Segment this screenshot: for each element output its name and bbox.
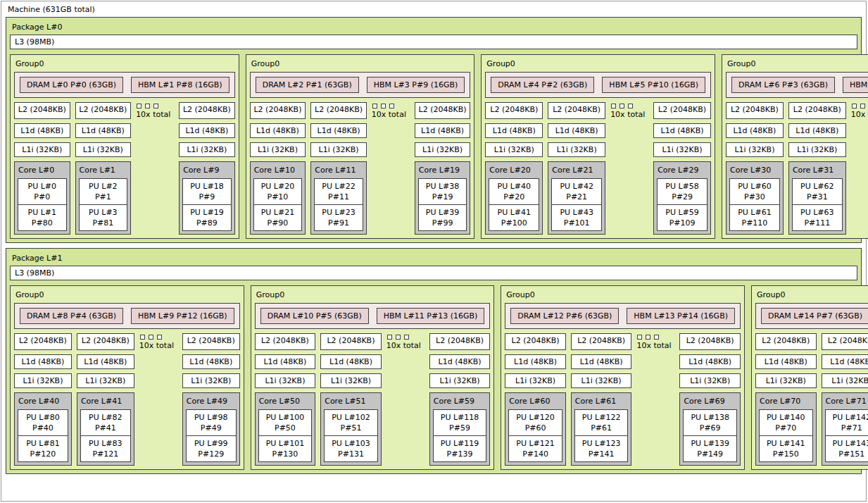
pu-logical-label: PU L#81 bbox=[19, 438, 67, 449]
group-box: Group0DRAM L#6 P#3 (63GB)HBM L#7 P#11 (1… bbox=[722, 54, 868, 239]
pu-box: PU L#62P#31 bbox=[792, 178, 843, 205]
pu-physical-label: P#30 bbox=[731, 192, 779, 202]
core-box: Core L#49PU L#98P#49PU L#99P#129 bbox=[182, 392, 240, 466]
group-label: Group0 bbox=[755, 290, 868, 303]
l1d-cache-box: L1d (48KB) bbox=[179, 123, 235, 138]
pu-logical-label: PU L#21 bbox=[255, 207, 301, 218]
pu-physical-label: P#121 bbox=[82, 449, 130, 459]
l2-cache-box: L2 (2048KB) bbox=[310, 102, 367, 119]
pu-box: PU L#23P#91 bbox=[314, 204, 363, 231]
l2-row: L2 (2048KB)L2 (2048KB)10x totalL2 (2048K… bbox=[14, 333, 240, 350]
cores-row: Core L#50PU L#100P#50PU L#101P#130Core L… bbox=[255, 392, 491, 466]
column-spacer bbox=[136, 142, 174, 157]
pu-logical-label: PU L#102 bbox=[325, 412, 377, 423]
pu-logical-label: PU L#121 bbox=[510, 438, 561, 449]
l1d-cache-box: L1d (48KB) bbox=[788, 123, 846, 138]
pu-physical-label: P#51 bbox=[325, 423, 377, 433]
pu-box: PU L#103P#131 bbox=[324, 435, 378, 462]
group-label: Group0 bbox=[505, 290, 741, 303]
pu-logical-label: PU L#1 bbox=[19, 207, 65, 218]
pu-physical-label: P#81 bbox=[80, 218, 127, 228]
core-box: Core L#70PU L#140P#70PU L#141P#150 bbox=[755, 392, 817, 466]
square-icon bbox=[381, 104, 386, 108]
core-label: Core L#71 bbox=[825, 396, 868, 409]
l1d-cache-box: L1d (48KB) bbox=[14, 354, 72, 369]
l2-row: L2 (2048KB)L2 (2048KB)10x totalL2 (2048K… bbox=[755, 333, 868, 350]
group-box: Group0DRAM L#14 P#7 (63GB)HBM L#15 P#15 … bbox=[751, 285, 868, 470]
core-label: Core L#20 bbox=[489, 165, 539, 178]
pu-box: PU L#3P#81 bbox=[79, 204, 128, 231]
pu-physical-label: P#40 bbox=[19, 423, 67, 433]
column-spacer bbox=[636, 354, 674, 369]
pu-physical-label: P#41 bbox=[82, 423, 130, 433]
pu-box: PU L#122P#61 bbox=[574, 409, 629, 436]
column-spacer bbox=[851, 142, 868, 157]
l2-cache-box: L2 (2048KB) bbox=[548, 102, 605, 119]
pu-physical-label: P#150 bbox=[760, 449, 812, 459]
l1i-cache-box: L1i (32KB) bbox=[75, 142, 132, 157]
pu-box: PU L#18P#9 bbox=[182, 178, 232, 205]
pu-logical-label: PU L#62 bbox=[793, 181, 841, 192]
core-box: Core L#9PU L#18P#9PU L#19P#89 bbox=[179, 161, 235, 235]
core-label: Core L#29 bbox=[657, 165, 707, 178]
pu-box: PU L#59P#109 bbox=[657, 204, 707, 231]
cores-row: Core L#0PU L#0P#0PU L#1P#80Core L#1PU L#… bbox=[14, 161, 235, 235]
pu-logical-label: PU L#141 bbox=[760, 438, 812, 449]
l1i-row: L1i (32KB)L1i (32KB)L1i (32KB) bbox=[14, 142, 235, 157]
package-label: Package L#1 bbox=[10, 252, 857, 266]
l1d-cache-box: L1d (48KB) bbox=[320, 354, 382, 369]
pu-logical-label: PU L#42 bbox=[553, 181, 600, 192]
l1i-cache-box: L1i (32KB) bbox=[255, 373, 316, 388]
l1i-cache-box: L1i (32KB) bbox=[415, 142, 471, 157]
l1i-cache-box: L1i (32KB) bbox=[505, 373, 566, 388]
collapsed-count-label: 10x total bbox=[851, 110, 868, 119]
pu-logical-label: PU L#140 bbox=[760, 412, 812, 423]
pu-physical-label: P#1 bbox=[80, 192, 127, 202]
square-icon bbox=[611, 104, 616, 108]
core-box: Core L#20PU L#40P#20PU L#41P#100 bbox=[485, 161, 543, 235]
pu-logical-label: PU L#60 bbox=[731, 181, 779, 192]
pu-physical-label: P#70 bbox=[760, 423, 812, 433]
collapsed-count-label: 10x total bbox=[386, 341, 421, 350]
pu-physical-label: P#69 bbox=[684, 423, 736, 433]
square-icon bbox=[145, 104, 150, 108]
l2-cache-box: L2 (2048KB) bbox=[726, 102, 784, 119]
core-label: Core L#69 bbox=[683, 396, 737, 409]
core-box: Core L#31PU L#62P#31PU L#63P#111 bbox=[788, 161, 846, 235]
core-box: Core L#40PU L#80P#40PU L#81P#120 bbox=[14, 392, 72, 466]
l2-row: L2 (2048KB)L2 (2048KB)10x totalL2 (2048K… bbox=[255, 333, 491, 350]
pu-physical-label: P#89 bbox=[184, 218, 230, 228]
collapsed-count-label: 10x total bbox=[139, 341, 174, 350]
memory-box: DRAM L#14 P#7 (63GB)HBM L#15 P#15 (16GB) bbox=[755, 303, 868, 329]
pu-physical-label: P#19 bbox=[420, 192, 466, 202]
pu-box: PU L#101P#130 bbox=[258, 435, 313, 462]
pu-logical-label: PU L#63 bbox=[793, 207, 841, 218]
collapsed-caches-icon bbox=[137, 104, 158, 108]
pu-box: PU L#140P#70 bbox=[759, 409, 813, 436]
numa-node-dram: DRAM L#10 P#5 (63GB) bbox=[260, 308, 369, 324]
pu-physical-label: P#110 bbox=[731, 218, 779, 228]
pu-physical-label: P#29 bbox=[658, 192, 706, 202]
core-label: Core L#19 bbox=[418, 165, 467, 178]
numa-node-dram: DRAM L#0 P#0 (63GB) bbox=[20, 77, 123, 93]
numa-node-hbm: HBM L#1 P#8 (16GB) bbox=[131, 77, 229, 93]
pu-logical-label: PU L#120 bbox=[510, 412, 561, 423]
core-box: Core L#30PU L#60P#30PU L#61P#110 bbox=[726, 161, 784, 235]
l1d-cache-box: L1d (48KB) bbox=[250, 123, 306, 138]
group-box: Group0DRAM L#10 P#5 (63GB)HBM L#11 P#13 … bbox=[251, 285, 495, 470]
l1d-cache-box: L1d (48KB) bbox=[182, 354, 240, 369]
core-box: Core L#50PU L#100P#50PU L#101P#130 bbox=[255, 392, 316, 466]
core-label: Core L#59 bbox=[433, 396, 487, 409]
packages: Package L#0L3 (98MB)Group0DRAM L#0 P#0 (… bbox=[1, 17, 866, 474]
core-box: Core L#19PU L#38P#19PU L#39P#99 bbox=[415, 161, 471, 235]
pu-box: PU L#139P#149 bbox=[683, 435, 737, 462]
pu-logical-label: PU L#3 bbox=[80, 207, 127, 218]
l1d-cache-box: L1d (48KB) bbox=[255, 354, 316, 369]
pu-physical-label: P#140 bbox=[510, 449, 561, 459]
collapsed-caches-icon bbox=[140, 335, 162, 340]
pu-physical-label: P#100 bbox=[490, 218, 538, 228]
square-icon bbox=[140, 335, 145, 340]
l1i-row: L1i (32KB)L1i (32KB)L1i (32KB) bbox=[250, 142, 471, 157]
core-label: Core L#1 bbox=[79, 165, 128, 178]
core-label: Core L#40 bbox=[18, 396, 68, 409]
